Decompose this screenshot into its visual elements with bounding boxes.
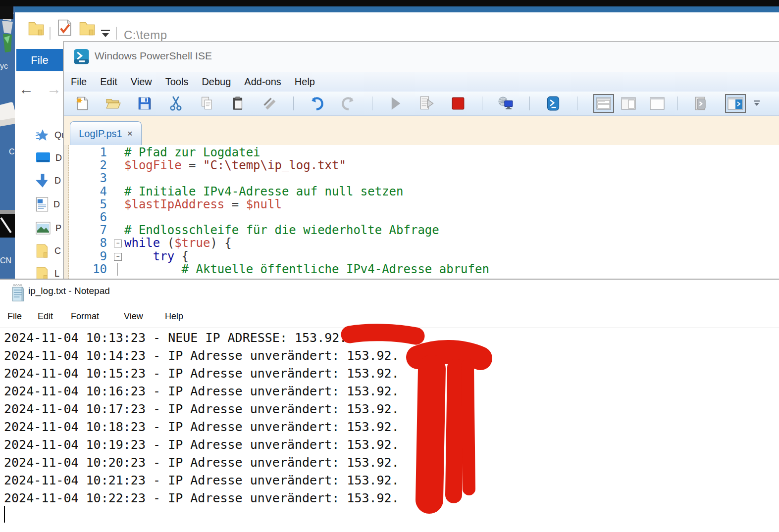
ise-menu-debug[interactable]: Debug xyxy=(202,76,231,88)
code-line-9: 9− try { xyxy=(64,250,779,263)
toolbar-overflow-button[interactable] xyxy=(753,96,761,111)
top-black-bar xyxy=(0,0,779,6)
code-token: ) { xyxy=(210,236,231,250)
code-line-5: 5$lastIpAddress = $null xyxy=(64,198,779,211)
toolbar-separator xyxy=(372,97,372,110)
notepad-window-title: ip_log.txt - Notepad xyxy=(28,286,110,296)
log-line: 2024-11-04 10:20:23 - IP Adresse unverän… xyxy=(4,454,777,472)
ise-menu-tools[interactable]: Tools xyxy=(165,76,189,88)
code-fold-icon[interactable]: − xyxy=(114,240,122,247)
new-file-button[interactable] xyxy=(75,96,90,111)
picture-icon xyxy=(36,222,51,235)
log-line: 2024-11-04 10:19:23 - IP Adresse unverän… xyxy=(4,436,777,454)
cmd-window-icon[interactable] xyxy=(0,214,15,238)
code-fold-line xyxy=(117,263,118,276)
script-editor[interactable]: 1# Pfad zur Logdatei2$logFile = "C:\temp… xyxy=(64,145,779,279)
notepad-menu-view[interactable]: View xyxy=(124,311,143,322)
toolbar-separator xyxy=(677,97,678,110)
code-token: # Pfad zur Logdatei xyxy=(124,145,260,159)
line-number: 6 xyxy=(64,211,107,224)
explorer-title-strip xyxy=(15,6,779,12)
toolbar-separator xyxy=(482,97,482,110)
code-token: # Endlosschleife für die wiederholte Abf… xyxy=(124,223,439,237)
powershell-ise-window: Windows PowerShell ISE FileEditViewTools… xyxy=(63,41,779,279)
notepad-menu-edit[interactable]: Edit xyxy=(38,311,53,322)
window-thumbnail-bar xyxy=(0,210,15,214)
stop-button[interactable] xyxy=(451,96,466,111)
code-fold-icon[interactable]: − xyxy=(114,253,122,261)
desktop-icon-label: yc xyxy=(0,62,8,71)
run-script-button[interactable] xyxy=(388,96,403,111)
log-text-area[interactable]: 2024-11-04 10:13:23 - NEUE IP ADRESSE: 1… xyxy=(4,329,777,507)
line-number: 9 xyxy=(64,250,107,263)
quick-access-star-icon xyxy=(36,129,50,142)
line-number: 7 xyxy=(64,224,107,237)
sidebar-item-label: D xyxy=(53,199,60,210)
ise-toolbar xyxy=(64,92,779,116)
log-line: 2024-11-04 10:15:23 - IP Adresse unverän… xyxy=(4,365,777,383)
sidebar-item-label: L xyxy=(54,269,59,279)
sidebar-item-label: C xyxy=(54,246,61,256)
code-line-4: 4# Initiale IPv4-Adresse auf null setzen xyxy=(64,185,779,198)
code-token: $null xyxy=(246,197,282,211)
qat-dropdown-icon[interactable] xyxy=(100,30,112,38)
copy-button[interactable] xyxy=(200,96,214,111)
layout-script-top-button[interactable] xyxy=(593,94,614,113)
laptop-icon[interactable] xyxy=(0,101,16,130)
open-file-button[interactable] xyxy=(106,96,121,111)
toolbar-separator xyxy=(293,97,294,110)
code-line-8: 8−while ($true) { xyxy=(64,237,779,249)
line-number: 10 xyxy=(64,263,107,276)
undo-button[interactable] xyxy=(310,96,324,111)
qat-separator xyxy=(116,27,117,40)
line-number: 3 xyxy=(64,172,107,185)
code-token: $lastIpAddress xyxy=(124,197,224,211)
paste-button[interactable] xyxy=(231,96,246,111)
code-line-7: 7# Endlosschleife für die wiederholte Ab… xyxy=(64,224,779,237)
new-remote-powershell-tab-button[interactable] xyxy=(694,96,709,111)
clear-console-button[interactable] xyxy=(262,96,277,111)
explorer-path: C:\temp xyxy=(124,28,167,42)
ise-menu-file[interactable]: File xyxy=(71,76,87,88)
forward-arrow-button[interactable]: → xyxy=(47,83,61,96)
explorer-file-menu[interactable]: File xyxy=(16,49,63,71)
code-token xyxy=(124,249,153,263)
folder-icon[interactable] xyxy=(78,20,96,37)
log-line: 2024-11-04 10:21:23 - IP Adresse unverän… xyxy=(4,472,777,489)
ise-menu-view[interactable]: View xyxy=(131,76,152,88)
layout-script-right-button[interactable] xyxy=(621,96,636,111)
notepad-icon xyxy=(11,284,25,302)
notepad-menu-file[interactable]: File xyxy=(7,311,22,322)
ise-menu-bar: FileEditViewToolsDebugAdd-onsHelp xyxy=(64,72,779,92)
folder-icon[interactable] xyxy=(27,20,45,37)
layout-script-maximized-button[interactable] xyxy=(650,96,665,111)
new-remote-session-button[interactable] xyxy=(498,96,513,111)
ise-title-bar: Windows PowerShell ISE xyxy=(64,42,779,72)
redo-button[interactable] xyxy=(341,96,356,111)
notepad-menu-bar: FileEditFormatViewHelp xyxy=(0,309,779,328)
cut-button[interactable] xyxy=(168,96,183,111)
ise-menu-edit[interactable]: Edit xyxy=(100,76,117,88)
save-button[interactable] xyxy=(137,96,152,111)
code-token: ( xyxy=(160,236,174,250)
code-token: $logFile xyxy=(124,158,182,172)
code-token: try xyxy=(153,249,174,263)
back-arrow-button[interactable]: ← xyxy=(19,83,34,96)
tab-close-icon[interactable]: × xyxy=(127,128,133,139)
notepad-menu-help[interactable]: Help xyxy=(165,311,183,322)
document-icon xyxy=(36,197,49,212)
notepad-menu-format[interactable]: Format xyxy=(71,311,99,322)
start-powershell-button[interactable] xyxy=(546,96,561,111)
show-console-pane-button[interactable] xyxy=(725,94,746,113)
log-line: 2024-11-04 10:17:23 - IP Adresse unverän… xyxy=(4,400,777,418)
code-line-2: 2$logFile = "C:\temp\ip_log.txt" xyxy=(64,159,779,172)
tab-logip-ps1[interactable]: LogIP.ps1 × xyxy=(70,121,142,145)
tab-label: LogIP.ps1 xyxy=(79,128,122,140)
ise-menu-add-ons[interactable]: Add-ons xyxy=(244,76,281,88)
ise-menu-help[interactable]: Help xyxy=(295,76,315,88)
code-line-3: 3 xyxy=(64,172,779,185)
screen: yc C CN xyxy=(0,0,779,532)
checkmark-document-icon[interactable] xyxy=(55,18,74,37)
download-arrow-icon xyxy=(36,173,50,188)
run-selection-button[interactable] xyxy=(419,96,434,111)
